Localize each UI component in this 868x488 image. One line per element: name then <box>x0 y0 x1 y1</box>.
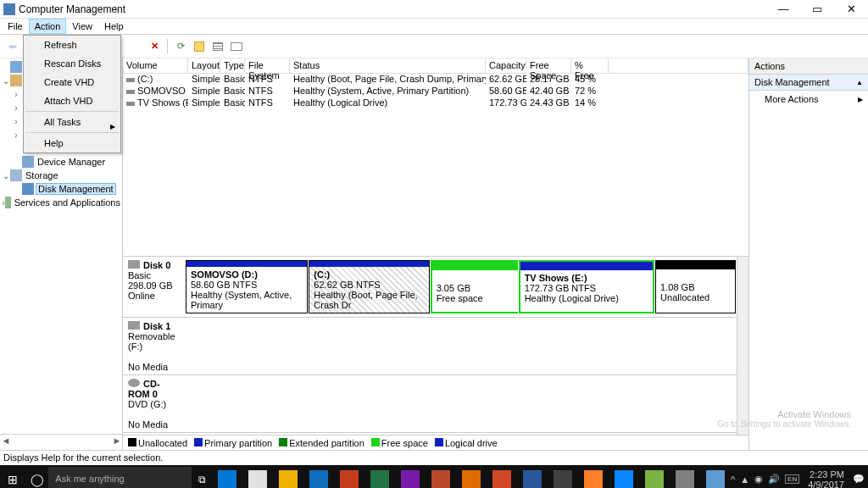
disk1-name: Disk 1 <box>143 321 170 331</box>
storage-icon <box>10 169 22 181</box>
delete-icon[interactable]: ✕ <box>147 39 162 54</box>
partition-unallocated[interactable]: 1.08 GBUnallocated <box>655 260 736 313</box>
taskbar-app-icon[interactable] <box>548 465 578 488</box>
menu-help[interactable]: Help <box>98 19 130 34</box>
menu-view[interactable]: View <box>66 19 98 34</box>
col-pctfree[interactable]: % Free <box>571 58 609 73</box>
partition-c[interactable]: (C:)62.62 GB NTFSHealthy (Boot, Page Fil… <box>309 260 429 313</box>
taskbar-app-icon[interactable] <box>639 465 670 488</box>
col-free[interactable]: Free Space <box>526 58 571 73</box>
tray-input-icon[interactable]: EN <box>785 474 799 484</box>
volume-list[interactable]: Volume Layout Type File System Status Ca… <box>123 58 748 257</box>
taskbar-app-icon[interactable] <box>670 465 700 488</box>
volume-row[interactable]: (C:) SimpleBasic NTFSHealthy (Boot, Page… <box>123 74 748 86</box>
partition-e[interactable]: TV Shows (E:)172.73 GB NTFSHealthy (Logi… <box>519 260 654 313</box>
taskbar-app-icon[interactable] <box>487 465 517 488</box>
horizontal-scrollbar[interactable]: ◄► <box>0 434 123 446</box>
dropdown-sep <box>25 132 119 133</box>
taskbar-clock[interactable]: 2:23 PM4/9/2017 <box>804 469 848 489</box>
tree-storage[interactable]: Storage <box>24 170 60 180</box>
tray-volume-icon[interactable]: 🔊 <box>768 474 780 485</box>
volume-row[interactable]: TV Shows (E:) SimpleBasic NTFSHealthy (L… <box>123 97 748 109</box>
col-layout[interactable]: Layout <box>188 58 220 73</box>
minimize-button[interactable]: — <box>766 0 800 19</box>
collapse-icon[interactable]: ⌄ <box>2 76 10 86</box>
close-button[interactable]: ✕ <box>834 0 868 19</box>
col-status[interactable]: Status <box>290 58 486 73</box>
expand-icon[interactable]: › <box>12 130 20 140</box>
vertical-scrollbar[interactable] <box>737 257 748 435</box>
partition-d[interactable]: SOMOVSO (D:)58.60 GB NTFSHealthy (System… <box>186 260 308 313</box>
tree-disk-management[interactable]: Disk Management <box>36 183 116 195</box>
menu-action[interactable]: Action <box>29 19 67 34</box>
actions-disk-mgmt[interactable]: Disk Management▲ <box>749 75 868 91</box>
properties-icon[interactable] <box>192 39 207 54</box>
actions-more[interactable]: More Actions▶ <box>749 91 868 108</box>
disk0-row[interactable]: Disk 0 Basic 298.09 GB Online SOMOVSO (D… <box>123 257 748 318</box>
device-icon <box>22 156 34 168</box>
app-icon <box>3 3 15 15</box>
taskbar-app-icon[interactable] <box>242 465 273 488</box>
volume-row[interactable]: SOMOVSO (D:) SimpleBasic NTFSHealthy (Sy… <box>123 86 748 97</box>
dropdown-rescan[interactable]: Rescan Disks <box>24 54 120 73</box>
cortana-search[interactable]: Ask me anything <box>48 467 192 488</box>
tray-up-icon[interactable]: ^ <box>731 474 735 485</box>
tree-services[interactable]: Services and Applications <box>13 197 122 208</box>
collapse-icon: ▲ <box>856 79 863 86</box>
tree-device-manager[interactable]: Device Manager <box>36 157 107 167</box>
services-icon <box>5 197 10 208</box>
tray-network-icon[interactable]: ▲ <box>740 474 749 485</box>
task-view-button[interactable]: ⧉ <box>192 474 212 485</box>
maximize-button[interactable]: ▭ <box>800 0 834 19</box>
col-volume[interactable]: Volume <box>123 58 188 73</box>
disk-icon <box>128 260 140 269</box>
disk-graphic-pane: Disk 0 Basic 298.09 GB Online SOMOVSO (D… <box>123 257 748 435</box>
notifications-icon[interactable]: 💬 <box>853 474 865 485</box>
cdrom-row[interactable]: CD-ROM 0 DVD (G:) No Media <box>123 375 748 433</box>
disk1-row[interactable]: Disk 1 Removable (F:) No Media <box>123 318 748 375</box>
expand-icon[interactable]: › <box>12 117 20 126</box>
taskbar-app-icon[interactable] <box>700 465 731 488</box>
main-pane: Volume Layout Type File System Status Ca… <box>123 58 749 450</box>
disk-icon <box>22 183 34 195</box>
taskbar-app-icon[interactable] <box>212 465 242 488</box>
computer-icon <box>10 61 22 73</box>
taskbar-app-icon[interactable] <box>609 465 639 488</box>
dropdown-refresh[interactable]: Refresh <box>24 36 120 54</box>
taskbar-app-icon[interactable] <box>456 465 487 488</box>
toolbar: ⬅ ➡ ✕ ⟳ <box>0 35 868 58</box>
dropdown-attach-vhd[interactable]: Attach VHD <box>24 92 120 110</box>
cdrom-icon <box>128 379 140 387</box>
menu-bar: File Action View Help <box>0 19 868 35</box>
dropdown-all-tasks[interactable]: All Tasks▶ <box>24 113 120 131</box>
dropdown-create-vhd[interactable]: Create VHD <box>24 73 120 92</box>
submenu-arrow-icon: ▶ <box>858 96 863 103</box>
actions-pane: Actions Disk Management▲ More Actions▶ <box>749 58 868 450</box>
taskbar-app-icon[interactable] <box>395 465 426 488</box>
expand-icon[interactable]: › <box>12 103 20 113</box>
detail-view-icon[interactable] <box>229 39 244 54</box>
list-view-icon[interactable] <box>210 39 225 54</box>
col-capacity[interactable]: Capacity <box>486 58 526 73</box>
col-fs[interactable]: File System <box>245 58 290 73</box>
taskbar-app-icon[interactable] <box>426 465 456 488</box>
col-type[interactable]: Type <box>220 58 245 73</box>
dropdown-help[interactable]: Help <box>24 134 120 152</box>
collapse-icon[interactable]: ⌄ <box>2 171 10 180</box>
tray-wifi-icon[interactable]: ◉ <box>754 474 763 485</box>
expand-icon[interactable]: › <box>12 90 20 99</box>
cortana-icon[interactable]: ◯ <box>25 473 48 486</box>
taskbar-app-icon[interactable] <box>303 465 334 488</box>
menu-file[interactable]: File <box>2 19 29 34</box>
taskbar-app-icon[interactable] <box>364 465 395 488</box>
refresh-icon[interactable]: ⟳ <box>173 39 188 54</box>
status-bar: Displays Help for the current selection. <box>0 450 868 465</box>
nav-back-button[interactable]: ⬅ <box>5 39 20 54</box>
taskbar-app-icon[interactable] <box>334 465 364 488</box>
taskbar-app-icon[interactable] <box>517 465 548 488</box>
start-button[interactable]: ⊞ <box>0 473 25 486</box>
taskbar-app-icon[interactable] <box>273 465 303 488</box>
window-title: Computer Management <box>19 3 766 15</box>
taskbar-app-icon[interactable] <box>578 465 609 488</box>
partition-free[interactable]: 3.05 GBFree space <box>431 260 518 313</box>
